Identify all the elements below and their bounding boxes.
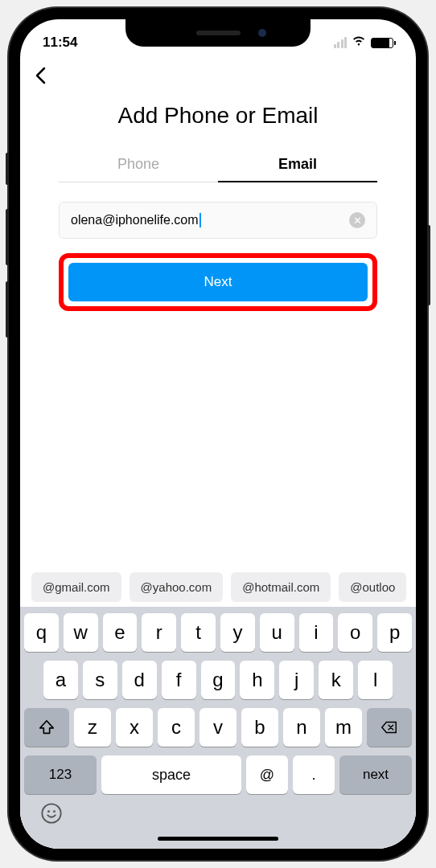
key-p[interactable]: p <box>377 613 412 652</box>
front-camera <box>258 29 266 37</box>
suggestion-item[interactable]: @gmail.com <box>31 572 121 602</box>
key-f[interactable]: f <box>162 661 196 699</box>
power-button <box>427 225 430 305</box>
mute-switch <box>6 153 9 185</box>
volume-up-button <box>6 209 9 265</box>
suggestion-item[interactable]: @outloo <box>339 572 406 602</box>
key-h[interactable]: h <box>240 661 274 699</box>
email-field[interactable]: olena@iphonelife.com <box>71 213 349 228</box>
nav-bar <box>20 58 416 96</box>
key-i[interactable]: i <box>299 613 334 652</box>
speaker <box>196 31 241 35</box>
backspace-icon <box>380 719 398 736</box>
keyboard-row-4: 123 space @ . next <box>24 755 412 794</box>
shift-icon <box>38 719 56 736</box>
svg-point-1 <box>47 810 50 813</box>
status-time: 11:54 <box>43 35 77 51</box>
key-y[interactable]: y <box>220 613 255 652</box>
key-w[interactable]: w <box>64 613 98 652</box>
spacer <box>20 311 416 564</box>
keyboard-row-3: z x c v b n m <box>24 708 412 747</box>
content-area: Add Phone or Email Phone Email olena@iph… <box>20 58 416 849</box>
keyboard-footer <box>24 794 412 830</box>
key-d[interactable]: d <box>122 661 157 699</box>
tab-email[interactable]: Email <box>218 148 377 182</box>
suggestion-item[interactable]: @yahoo.com <box>130 572 224 602</box>
key-t[interactable]: t <box>181 613 216 652</box>
suggestion-item[interactable]: @hotmail.com <box>231 572 331 602</box>
home-indicator[interactable] <box>158 837 278 841</box>
at-key[interactable]: @ <box>246 755 288 794</box>
keyboard-row-1: q w e r t y u i o p <box>24 613 412 652</box>
email-input-container[interactable]: olena@iphonelife.com ✕ <box>59 202 377 239</box>
emoji-icon <box>40 802 63 825</box>
screen: 11:54 Add Phone or Email Phone Email <box>20 19 416 849</box>
key-z[interactable]: z <box>74 708 111 747</box>
keyboard-row-2: a s d f g h j k l <box>24 661 412 699</box>
battery-icon <box>371 38 393 48</box>
numeric-key[interactable]: 123 <box>24 755 97 794</box>
key-j[interactable]: j <box>279 661 314 699</box>
key-r[interactable]: r <box>142 613 176 652</box>
key-e[interactable]: e <box>103 613 138 652</box>
dot-key[interactable]: . <box>293 755 335 794</box>
email-suggestions-bar: @gmail.com @yahoo.com @hotmail.com @outl… <box>20 564 416 607</box>
notch <box>125 19 311 47</box>
key-s[interactable]: s <box>83 661 117 699</box>
status-indicators <box>334 35 394 50</box>
tabs: Phone Email <box>59 148 377 182</box>
emoji-button[interactable] <box>40 802 63 830</box>
cellular-icon <box>334 37 348 48</box>
key-m[interactable]: m <box>325 708 362 747</box>
key-x[interactable]: x <box>116 708 153 747</box>
annotation-highlight: Next <box>59 253 377 311</box>
phone-frame: 11:54 Add Phone or Email Phone Email <box>9 8 427 860</box>
svg-point-0 <box>42 804 60 822</box>
key-q[interactable]: q <box>24 613 59 652</box>
wifi-icon <box>352 35 366 50</box>
key-v[interactable]: v <box>199 708 237 747</box>
volume-down-button <box>6 281 9 338</box>
clear-input-button[interactable]: ✕ <box>349 212 365 228</box>
tab-phone[interactable]: Phone <box>59 148 218 182</box>
key-u[interactable]: u <box>260 613 294 652</box>
key-k[interactable]: k <box>319 661 353 699</box>
next-button[interactable]: Next <box>68 263 368 301</box>
back-button[interactable] <box>33 66 47 89</box>
key-b[interactable]: b <box>241 708 278 747</box>
key-g[interactable]: g <box>201 661 236 699</box>
svg-point-2 <box>53 810 56 813</box>
backspace-key[interactable] <box>367 708 412 747</box>
space-key[interactable]: space <box>101 755 241 794</box>
form-area: olena@iphonelife.com ✕ Next <box>20 182 416 311</box>
close-icon: ✕ <box>353 215 362 227</box>
key-a[interactable]: a <box>43 661 78 699</box>
page-title: Add Phone or Email <box>20 96 416 148</box>
key-o[interactable]: o <box>338 613 372 652</box>
keyboard-next-key[interactable]: next <box>339 755 412 794</box>
shift-key[interactable] <box>24 708 69 747</box>
key-c[interactable]: c <box>158 708 195 747</box>
key-n[interactable]: n <box>283 708 320 747</box>
key-l[interactable]: l <box>358 661 393 699</box>
keyboard: q w e r t y u i o p a s d f g h <box>20 607 416 849</box>
text-cursor <box>199 213 201 227</box>
